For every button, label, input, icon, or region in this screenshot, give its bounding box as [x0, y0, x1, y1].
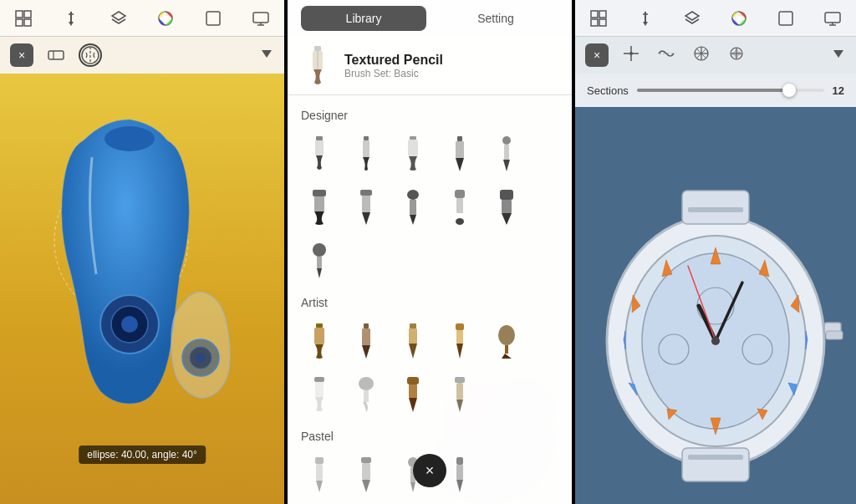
- svg-rect-94: [456, 457, 463, 465]
- tab-setting[interactable]: Setting: [433, 6, 558, 31]
- svg-rect-66: [314, 328, 324, 344]
- svg-rect-2: [16, 19, 23, 26]
- brush-item[interactable]: [298, 369, 341, 420]
- brush-item[interactable]: [391, 369, 435, 420]
- svg-rect-51: [360, 190, 372, 196]
- svg-marker-18: [262, 50, 272, 58]
- center-close-button[interactable]: ×: [413, 454, 446, 487]
- layers-icon-right[interactable]: [679, 5, 706, 32]
- svg-marker-93: [410, 482, 415, 492]
- svg-rect-0: [16, 11, 23, 18]
- svg-rect-42: [408, 140, 418, 156]
- svg-rect-39: [364, 136, 369, 140]
- svg-marker-45: [456, 158, 464, 171]
- layers-icon[interactable]: [105, 5, 132, 32]
- symmetry-cross-icon[interactable]: [619, 41, 644, 69]
- svg-point-112: [629, 52, 633, 55]
- symmetry-star-icon[interactable]: [724, 41, 749, 69]
- svg-point-105: [736, 16, 741, 21]
- brush-item[interactable]: [298, 316, 341, 366]
- center-tabs: Library Setting: [288, 0, 572, 37]
- brush-item[interactable]: [438, 316, 482, 366]
- brush-item[interactable]: [298, 450, 341, 500]
- right-panel: × Sections 12: [575, 0, 856, 504]
- close-icon: ×: [18, 48, 25, 62]
- svg-rect-52: [362, 196, 370, 212]
- brush-item[interactable]: [344, 369, 388, 420]
- svg-rect-98: [591, 19, 598, 26]
- svg-point-151: [711, 337, 720, 345]
- sections-slider[interactable]: [637, 89, 824, 92]
- shape-icon[interactable]: [200, 5, 227, 32]
- brush-item[interactable]: [344, 129, 388, 179]
- svg-marker-61: [502, 213, 512, 225]
- brush-item[interactable]: [438, 369, 482, 420]
- color-wheel-icon-right[interactable]: [726, 5, 752, 32]
- svg-point-58: [456, 218, 464, 225]
- brush-item[interactable]: [391, 316, 435, 366]
- brush-item[interactable]: [485, 182, 528, 232]
- svg-rect-37: [316, 136, 323, 140]
- symmetry-radial-icon[interactable]: [689, 41, 714, 69]
- brush-preview-icon: [301, 49, 334, 83]
- brush-list: Designer: [288, 95, 572, 504]
- dropdown-icon[interactable]: [259, 46, 274, 65]
- svg-rect-90: [362, 463, 370, 480]
- svg-rect-11: [253, 13, 268, 23]
- svg-rect-47: [504, 145, 509, 160]
- pen-icon[interactable]: [58, 5, 84, 32]
- shape-icon-right[interactable]: [772, 5, 799, 32]
- svg-rect-30: [314, 46, 321, 51]
- grid-icon-right[interactable]: [585, 5, 612, 32]
- svg-rect-81: [407, 377, 419, 384]
- brush-item[interactable]: [391, 129, 435, 179]
- grid-icon[interactable]: [10, 5, 37, 32]
- brush-item[interactable]: [344, 450, 388, 500]
- svg-rect-56: [455, 190, 465, 198]
- brush-item[interactable]: [344, 316, 388, 366]
- symmetry-wave-icon[interactable]: [654, 41, 679, 69]
- brush-info: Textured Pencil Brush Set: Basic: [288, 37, 572, 95]
- pen-icon-right[interactable]: [632, 5, 659, 32]
- svg-rect-99: [599, 19, 606, 26]
- tab-library[interactable]: Library: [301, 6, 426, 31]
- brush-item[interactable]: [298, 129, 341, 179]
- brush-item[interactable]: [438, 182, 482, 232]
- eraser-icon[interactable]: [47, 44, 65, 67]
- brush-set: Brush Set: Basic: [344, 68, 443, 79]
- brush-item[interactable]: [485, 316, 528, 366]
- svg-rect-131: [682, 448, 749, 481]
- svg-rect-78: [315, 382, 324, 397]
- svg-point-23: [104, 126, 155, 151]
- slider-thumb[interactable]: [782, 84, 796, 97]
- svg-rect-68: [362, 328, 370, 345]
- artist-brush-grid: [288, 313, 572, 423]
- svg-marker-83: [409, 398, 417, 412]
- brush-item[interactable]: [438, 129, 482, 179]
- svg-rect-67: [364, 323, 369, 328]
- right-dropdown-icon[interactable]: [831, 46, 846, 64]
- brush-item[interactable]: [344, 182, 388, 232]
- brush-item[interactable]: [485, 129, 528, 179]
- sections-value: 12: [833, 84, 844, 97]
- close-button[interactable]: ×: [10, 43, 33, 67]
- right-canvas: [575, 107, 856, 504]
- svg-rect-70: [410, 323, 416, 328]
- artist-section-label: Artist: [288, 289, 572, 313]
- svg-rect-71: [409, 328, 417, 344]
- display-icon[interactable]: [247, 5, 274, 32]
- svg-rect-57: [456, 198, 463, 213]
- brush-item[interactable]: [391, 182, 435, 232]
- brush-name: Textured Pencil: [344, 53, 443, 68]
- left-canvas: ellipse: 40.00, angle: 40°: [0, 74, 284, 504]
- display-icon-right[interactable]: [819, 5, 846, 32]
- color-wheel-icon[interactable]: [152, 5, 179, 32]
- svg-rect-82: [409, 384, 417, 398]
- svg-rect-60: [502, 200, 512, 213]
- brush-item[interactable]: [298, 236, 341, 286]
- svg-rect-55: [410, 200, 416, 215]
- symmetry-icon[interactable]: [79, 43, 102, 67]
- brush-item[interactable]: [298, 182, 341, 232]
- svg-point-46: [502, 136, 511, 145]
- right-close-button[interactable]: ×: [585, 43, 609, 67]
